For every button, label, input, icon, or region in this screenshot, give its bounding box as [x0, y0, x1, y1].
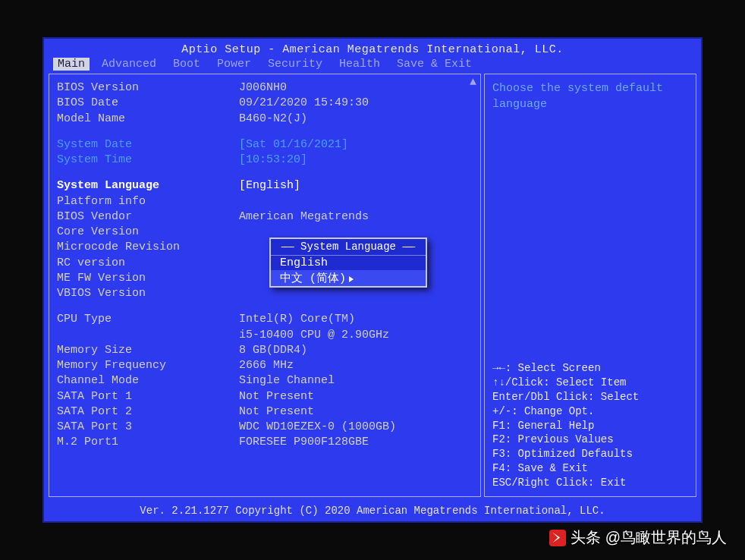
- field-label: M.2 Port1: [57, 435, 239, 450]
- popup-option[interactable]: English: [271, 256, 426, 270]
- field-row[interactable]: System Language[English]: [57, 178, 473, 193]
- field-label: VBIOS Version: [57, 286, 239, 301]
- field-value[interactable]: [English]: [239, 178, 300, 193]
- key-hint: F4: Save & Exit: [492, 461, 688, 476]
- watermark-text: 头条 @鸟瞰世界的鸟人: [571, 527, 727, 548]
- field-value: J006NH0: [239, 80, 287, 96]
- field-label: Core Version: [57, 225, 239, 240]
- field-label: BIOS Vendor: [57, 209, 239, 225]
- field-row: BIOS Date09/21/2020 15:49:30: [57, 96, 473, 111]
- field-label: Microcode Revision: [57, 240, 239, 255]
- field-label: ME FW Version: [57, 271, 239, 286]
- field-row: Platform info: [57, 194, 473, 209]
- menu-tab-security[interactable]: Security: [263, 58, 327, 71]
- field-row: BIOS VersionJ006NH0: [57, 80, 473, 96]
- menu-tab-advanced[interactable]: Advanced: [97, 58, 161, 71]
- field-label: Memory Frequency: [57, 358, 239, 373]
- field-label: System Time: [57, 153, 239, 168]
- field-value[interactable]: [10:53:20]: [239, 153, 307, 168]
- menu-tab-power[interactable]: Power: [212, 58, 256, 71]
- field-label: Platform info: [57, 194, 239, 209]
- menu-tab-health[interactable]: Health: [335, 58, 385, 71]
- field-row: BIOS VendorAmerican Megatrends: [57, 209, 473, 225]
- field-value: 8 GB(DDR4): [239, 343, 307, 358]
- field-row: M.2 Port1FORESEE P900F128GBE: [57, 435, 473, 450]
- field-value: B460-N2(J): [239, 112, 307, 127]
- title-bar: Aptio Setup - American Megatrends Intern…: [44, 39, 701, 58]
- key-hint: →←: Select Screen: [492, 361, 688, 376]
- field-value: 09/21/2020 15:49:30: [239, 96, 369, 111]
- field-label: RC version: [57, 256, 239, 271]
- field-label: Model Name: [57, 112, 239, 127]
- body: ▲ BIOS VersionJ006NH0BIOS Date09/21/2020…: [49, 74, 696, 497]
- menu-tab-save-exit[interactable]: Save & Exit: [392, 58, 476, 71]
- field-value: Not Present: [239, 389, 314, 404]
- popup-option[interactable]: 中文 (简体): [271, 270, 426, 286]
- field-value: i5-10400 CPU @ 2.90GHz: [239, 328, 389, 343]
- key-hint: F1: General Help: [492, 419, 688, 433]
- menu-bar: MainAdvancedBootPowerSecurityHealthSave …: [44, 58, 701, 74]
- field-label: CPU Type: [57, 312, 239, 327]
- field-label: Memory Size: [57, 343, 239, 358]
- key-hint: F2: Previous Values: [492, 433, 688, 447]
- field-value: Intel(R) Core(TM): [239, 312, 355, 327]
- field-label: SATA Port 2: [57, 404, 239, 420]
- field-label: System Date: [57, 137, 239, 153]
- toutiao-logo-icon: [549, 530, 566, 546]
- key-hint: F3: Optimized Defaults: [492, 447, 688, 461]
- field-row: CPU TypeIntel(R) Core(TM): [57, 312, 473, 327]
- field-row[interactable]: System Time[10:53:20]: [57, 153, 473, 168]
- field-value: 2666 MHz: [239, 358, 294, 373]
- field-label: SATA Port 3: [57, 420, 239, 435]
- scroll-up-icon[interactable]: ▲: [470, 76, 477, 88]
- key-hint: ESC/Right Click: Exit: [492, 476, 688, 490]
- watermark: 头条 @鸟瞰世界的鸟人: [549, 527, 727, 548]
- field-label: System Language: [57, 178, 239, 193]
- field-label: SATA Port 1: [57, 389, 239, 404]
- field-row: SATA Port 3WDC WD10EZEX-0 (1000GB): [57, 420, 473, 435]
- field-label: BIOS Version: [57, 80, 239, 96]
- footer: Ver. 2.21.1277 Copyright (C) 2020 Americ…: [44, 502, 701, 521]
- field-row: VBIOS Version: [57, 286, 473, 301]
- key-hint: +/-: Change Opt.: [492, 404, 688, 419]
- key-hint: Enter/Dbl Click: Select: [492, 390, 688, 404]
- field-value: Not Present: [239, 404, 314, 420]
- field-value[interactable]: [Sat 01/16/2021]: [239, 137, 348, 153]
- cursor-icon: [349, 276, 354, 282]
- field-row: SATA Port 2Not Present: [57, 404, 473, 420]
- field-value: American Megatrends: [239, 209, 369, 225]
- field-value: Single Channel: [239, 373, 335, 389]
- field-label: Channel Mode: [57, 373, 239, 389]
- menu-tab-main[interactable]: Main: [53, 58, 90, 71]
- field-row: Model NameB460-N2(J): [57, 112, 473, 127]
- popup-title: —— System Language ——: [271, 239, 426, 256]
- help-panel: Choose the system default language →←: S…: [484, 74, 696, 497]
- language-popup: —— System Language —— English中文 (简体): [269, 238, 427, 288]
- field-row: Channel ModeSingle Channel: [57, 373, 473, 389]
- field-row: Memory Frequency2666 MHz: [57, 358, 473, 373]
- help-text: Choose the system default language: [492, 80, 688, 112]
- field-label: BIOS Date: [57, 96, 239, 111]
- menu-tab-boot[interactable]: Boot: [168, 58, 205, 71]
- field-label: [57, 328, 239, 343]
- field-row[interactable]: System Date[Sat 01/16/2021]: [57, 137, 473, 153]
- main-panel: ▲ BIOS VersionJ006NH0BIOS Date09/21/2020…: [49, 74, 481, 497]
- field-value: WDC WD10EZEX-0 (1000GB): [239, 420, 396, 435]
- field-row: Memory Size8 GB(DDR4): [57, 343, 473, 358]
- field-row: SATA Port 1Not Present: [57, 389, 473, 404]
- key-hints: →←: Select Screen↑↓/Click: Select ItemEn…: [492, 361, 688, 490]
- field-row: i5-10400 CPU @ 2.90GHz: [57, 328, 473, 343]
- field-value: FORESEE P900F128GBE: [239, 435, 369, 450]
- key-hint: ↑↓/Click: Select Item: [492, 376, 688, 390]
- bios-screen: Aptio Setup - American Megatrends Intern…: [42, 37, 703, 523]
